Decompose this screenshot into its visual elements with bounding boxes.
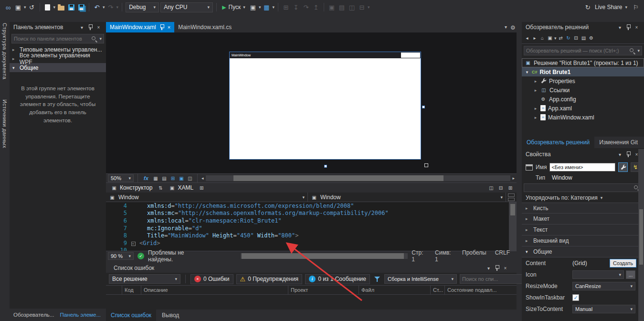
column-selector[interactable] (106, 286, 122, 294)
editor-hscroll-thumb[interactable] (242, 253, 404, 259)
editor-hscrollbar[interactable] (241, 253, 408, 259)
scroll-right-icon[interactable]: ▸ (512, 176, 515, 181)
status-spaces[interactable]: Пробелы (462, 249, 486, 263)
step-over-icon[interactable]: ↷ (302, 3, 310, 11)
swap-panes-icon[interactable]: ⇅ (157, 183, 164, 192)
pin-icon[interactable] (495, 265, 499, 271)
pin-icon[interactable] (626, 24, 631, 30)
attach-process-icon[interactable]: ▣ (249, 3, 257, 11)
zoom-fit-icon[interactable]: ◫ (187, 174, 193, 182)
configuration-dropdown[interactable]: Debug▾ (126, 2, 159, 12)
tree-item-properties[interactable]: ▸ Properties (522, 76, 644, 86)
chevron-down-icon[interactable]: ▾ (24, 5, 26, 10)
code-line[interactable]: 5 xmlns:mc="http://schemas.openxmlformat… (106, 210, 517, 217)
horizontal-split-icon[interactable]: ⊟ (497, 183, 504, 192)
property-window-button[interactable] (618, 162, 628, 172)
tree-item-mainwindow[interactable]: ▸ ‹› MainWindow.xaml (522, 113, 644, 122)
toolbox-search-input[interactable] (14, 36, 89, 42)
show-all-files-icon[interactable]: ▤ (581, 34, 587, 43)
expand-pane-icon[interactable]: ⊞ (507, 183, 514, 192)
xaml-code-editor[interactable]: 4 xmlns:d="http://schemas.microsoft.com/… (106, 202, 517, 251)
create-button[interactable]: Создать (610, 259, 636, 268)
chevron-down-icon[interactable]: ▾ (116, 5, 119, 10)
window-menu-icon[interactable]: ▾ (485, 265, 492, 272)
breadcrumb-left-dropdown[interactable]: ▣ Window ▾ (106, 193, 308, 202)
column-code[interactable]: Код (122, 286, 141, 294)
xaml-view-tab[interactable]: ▣ XAML (167, 183, 195, 192)
document-options-icon[interactable]: ⚙ (509, 24, 517, 31)
vs-start-icon[interactable]: ∞ (4, 3, 12, 11)
tab-data-sources[interactable]: Источники данных (2, 99, 8, 148)
chevron-down-icon[interactable]: ▾ (272, 5, 274, 10)
column-line[interactable]: Ст... (431, 286, 445, 294)
tree-item-appxaml[interactable]: ▸ ‹› App.xaml (522, 104, 644, 113)
warnings-filter-toggle[interactable]: ⚠0 Предупреждения (236, 274, 303, 284)
close-icon[interactable]: × (502, 265, 509, 272)
errors-filter-toggle[interactable]: ×0 Ошибки (190, 274, 233, 284)
tab-mainwindow-xaml-cs[interactable]: MainWindow.xaml.cs (174, 22, 235, 32)
tree-item-project[interactable]: ▾ C# Riot Brute1 (522, 67, 644, 76)
column-project[interactable]: Проект (288, 286, 359, 294)
code-line[interactable]: 4 xmlns:d="http://schemas.microsoft.com/… (106, 202, 517, 210)
no-issues-icon[interactable]: ✓ (137, 253, 144, 259)
screenshot-icon[interactable]: ▦ (262, 3, 271, 11)
name-input[interactable] (549, 163, 615, 171)
pop-out-icon[interactable]: ⊞ (198, 183, 205, 192)
close-icon[interactable]: × (95, 24, 102, 31)
chevron-down-icon[interactable]: ▾ (601, 195, 603, 200)
collapse-all-icon[interactable]: ⊟ (573, 34, 580, 43)
effects-icon[interactable]: fx (142, 174, 150, 182)
save-icon[interactable] (67, 3, 75, 11)
properties-vscrollbar[interactable] (638, 149, 644, 321)
sync-with-active-icon[interactable]: ⇄ (558, 34, 564, 43)
designer-zoom-dropdown[interactable]: 50%▾ (108, 174, 134, 182)
design-view-tab[interactable]: ▣ Конструктор (109, 183, 154, 192)
chevron-down-icon[interactable]: ▾ (99, 36, 102, 41)
properties-search-input[interactable] (526, 185, 632, 191)
code-line[interactable]: 7 mc:Ignorable="d" (106, 225, 517, 232)
chevron-down-icon[interactable]: ▾ (554, 36, 557, 41)
pin-icon[interactable] (88, 24, 93, 30)
snaplines-icon[interactable]: ▤ (161, 174, 168, 182)
icon-dropdown[interactable]: ▾ (572, 270, 624, 279)
resize-handle-right[interactable] (422, 106, 425, 108)
category-layout[interactable]: ▸ Макет (522, 214, 644, 225)
designer-canvas[interactable]: MainWindow (106, 32, 517, 173)
scroll-left-icon[interactable]: ◂ (201, 176, 204, 181)
save-all-icon[interactable] (77, 3, 85, 11)
designer-hscrollbar[interactable] (206, 175, 511, 181)
active-files-dropdown-icon[interactable]: ▾ (502, 23, 509, 31)
designer-hscroll-thumb[interactable] (233, 175, 443, 181)
start-debug-button[interactable]: ▶ Пуск ▾ (220, 2, 247, 12)
properties-header[interactable]: Свойства ▾ × (522, 149, 644, 160)
close-icon[interactable]: × (633, 24, 640, 31)
start-page-icon[interactable]: ▣ (14, 3, 22, 11)
tree-item-references[interactable]: ▸ ◫ Ссылки (522, 86, 644, 95)
tab-toolbox-bottom[interactable]: Панель элеме... (58, 312, 103, 318)
fold-collapse-icon[interactable]: − (131, 242, 136, 246)
pin-icon[interactable] (159, 24, 164, 30)
comment-icon[interactable]: ▤ (338, 3, 346, 11)
back-icon[interactable]: ◂ (524, 34, 530, 43)
pin-icon[interactable] (626, 151, 631, 157)
toolbox-header[interactable]: Панель элементов ▾ × (10, 22, 106, 32)
tab-output[interactable]: Вывод (157, 310, 184, 321)
sizetocontent-dropdown[interactable]: Manual▾ (572, 305, 635, 313)
window-menu-icon[interactable]: ▾ (616, 151, 623, 158)
arrange-by-label[interactable]: Упорядочить по: Категория (526, 194, 598, 201)
tab-document-outline[interactable]: Структура документа (2, 23, 8, 79)
break-all-icon[interactable]: ⊞ (282, 3, 290, 11)
window-preview[interactable]: MainWindow (229, 52, 421, 160)
category-appearance[interactable]: ▸ Внешний вид (522, 235, 644, 246)
icon-browse-button[interactable]: ... (626, 270, 635, 279)
redo-icon[interactable]: ↷ (106, 3, 115, 11)
error-scope-dropdown[interactable]: Все решение▾ (109, 274, 180, 284)
feedback-icon[interactable]: ⚐ (632, 3, 640, 11)
resize-handle-bottom[interactable] (324, 165, 327, 168)
code-line[interactable]: 6 xmlns:local="clr-namespace:Riot_Brute1… (106, 217, 517, 225)
step-into-icon[interactable]: ↧ (292, 3, 300, 11)
filter-icon[interactable] (373, 275, 381, 283)
error-source-dropdown[interactable]: Сборка и IntelliSense▾ (384, 274, 457, 284)
indent-icon[interactable]: ◫ (348, 3, 356, 11)
category-text[interactable]: ▸ Текст (522, 225, 644, 235)
